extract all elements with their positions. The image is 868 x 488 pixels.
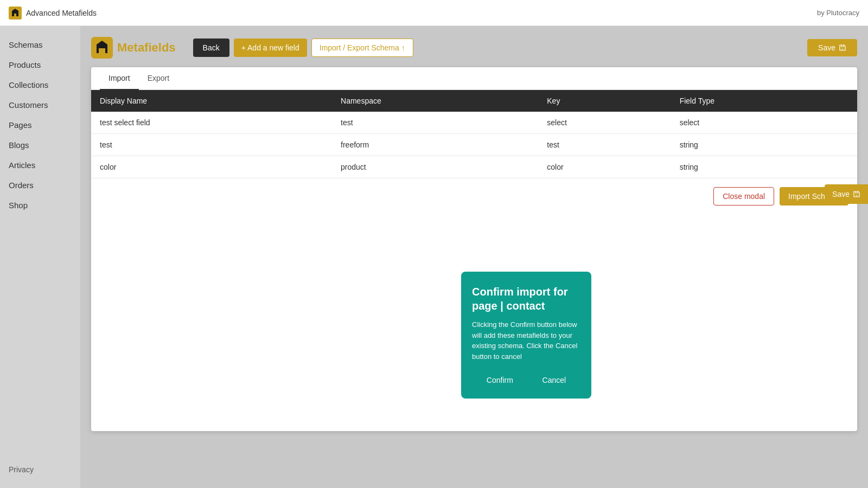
cell-key: color bbox=[538, 156, 671, 178]
confirm-popup: Confirm import for page | contact Clicki… bbox=[461, 272, 591, 399]
app-header: Metafields Back + Add a new field Import… bbox=[91, 37, 857, 59]
cell-key: test bbox=[538, 134, 671, 156]
app-logo: Metafields bbox=[91, 37, 176, 59]
sidebar-item-shop[interactable]: Shop bbox=[0, 195, 80, 215]
col-display-name: Display Name bbox=[91, 90, 332, 112]
add-field-button[interactable]: + Add a new field bbox=[234, 38, 307, 57]
table-row: testfreeformteststring bbox=[91, 134, 857, 156]
cell-namespace: freeform bbox=[332, 134, 538, 156]
col-namespace: Namespace bbox=[332, 90, 538, 112]
header-save-button[interactable]: Save bbox=[807, 39, 857, 56]
modal-card: Import Export Display Name Namespace Key… bbox=[91, 67, 857, 431]
col-key: Key bbox=[538, 90, 671, 112]
tab-export[interactable]: Export bbox=[139, 67, 178, 90]
sidebar-item-customers[interactable]: Customers bbox=[0, 95, 80, 115]
top-bar: Advanced Metafields by Plutocracy bbox=[0, 0, 868, 26]
table-row: test select fieldtestselectselect bbox=[91, 112, 857, 134]
cancel-button[interactable]: Cancel bbox=[536, 373, 573, 388]
save-label: Save bbox=[818, 43, 835, 52]
cell-field-type: string bbox=[671, 156, 857, 178]
top-bar-title: Advanced Metafields bbox=[26, 9, 97, 17]
sidebar-item-pages[interactable]: Pages bbox=[0, 115, 80, 135]
schema-table: Display Name Namespace Key Field Type te… bbox=[91, 90, 857, 178]
import-export-button[interactable]: Import / Export Schema ↑ bbox=[311, 38, 413, 57]
cell-namespace: product bbox=[332, 156, 538, 178]
sidebar-item-products[interactable]: Products bbox=[0, 55, 80, 75]
cell-display-name: test bbox=[91, 134, 332, 156]
cell-key: select bbox=[538, 112, 671, 134]
right-save-label: Save bbox=[832, 190, 850, 198]
close-modal-button[interactable]: Close modal bbox=[713, 187, 774, 206]
metafields-logo-icon bbox=[91, 37, 113, 59]
main-layout: Schemas Products Collections Customers P… bbox=[0, 26, 868, 488]
confirm-popup-buttons: Confirm Cancel bbox=[472, 373, 580, 388]
cell-display-name: color bbox=[91, 156, 332, 178]
top-bar-by-text: by Plutocracy bbox=[817, 9, 859, 17]
tabs: Import Export bbox=[91, 67, 857, 90]
sidebar-privacy[interactable]: Privacy bbox=[0, 460, 80, 479]
app-logo-icon bbox=[9, 7, 22, 20]
tab-import[interactable]: Import bbox=[100, 67, 139, 90]
cell-field-type: string bbox=[671, 134, 857, 156]
confirm-popup-text: Clicking the Confirm button below will a… bbox=[472, 319, 580, 362]
sidebar-item-blogs[interactable]: Blogs bbox=[0, 135, 80, 155]
cell-field-type: select bbox=[671, 112, 857, 134]
header-buttons: Back + Add a new field Import / Export S… bbox=[193, 38, 413, 57]
sidebar-item-schemas[interactable]: Schemas bbox=[0, 35, 80, 55]
content-area: Metafields Back + Add a new field Import… bbox=[80, 26, 868, 488]
back-button[interactable]: Back bbox=[193, 38, 229, 57]
table-header-row: Display Name Namespace Key Field Type bbox=[91, 90, 857, 112]
app-logo-text: Metafields bbox=[117, 41, 176, 55]
sidebar-item-articles[interactable]: Articles bbox=[0, 155, 80, 175]
table-row: colorproductcolorstring bbox=[91, 156, 857, 178]
top-bar-logo: Advanced Metafields bbox=[9, 7, 97, 20]
col-field-type: Field Type bbox=[671, 90, 857, 112]
table-actions: Close modal Import Schema bbox=[91, 178, 857, 214]
right-save-button[interactable]: Save bbox=[825, 184, 868, 204]
save-icon bbox=[839, 44, 846, 52]
right-save-icon bbox=[853, 190, 860, 198]
cell-namespace: test bbox=[332, 112, 538, 134]
header-save-right: Save bbox=[807, 39, 857, 56]
cell-display-name: test select field bbox=[91, 112, 332, 134]
confirm-popup-title: Confirm import for page | contact bbox=[472, 285, 580, 313]
sidebar-item-orders[interactable]: Orders bbox=[0, 175, 80, 195]
sidebar-item-collections[interactable]: Collections bbox=[0, 75, 80, 95]
confirm-button[interactable]: Confirm bbox=[480, 373, 520, 388]
sidebar: Schemas Products Collections Customers P… bbox=[0, 26, 80, 488]
